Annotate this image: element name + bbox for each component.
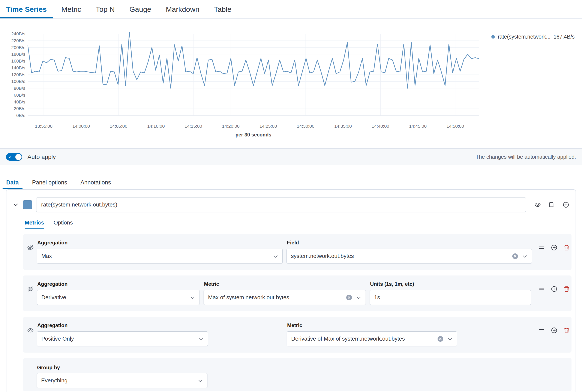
svg-text:14:25:00: 14:25:00 [260,124,277,128]
chevron-down-icon [447,336,453,342]
tab-metrics[interactable]: Metrics [25,219,44,228]
svg-text:80B/s: 80B/s [14,86,25,90]
svg-text:14:50:00: 14:50:00 [447,124,464,128]
tab-gauge[interactable]: Gauge [124,0,157,18]
svg-text:14:15:00: 14:15:00 [185,124,202,128]
auto-apply-bar: Auto apply The changes will be automatic… [0,148,582,165]
toggle-series-visibility-button[interactable] [534,202,541,208]
aggregation-select[interactable]: Max [37,249,283,264]
row-actions [538,286,570,292]
series-actions [534,202,569,208]
units-label: Units (1s, 1m, etc) [370,281,531,287]
svg-text:14:35:00: 14:35:00 [334,124,352,128]
svg-text:14:05:00: 14:05:00 [110,124,127,128]
metric-combobox[interactable]: Max of system.network.out.bytes [204,290,366,305]
eye-slash-icon [27,286,34,305]
eye-icon [534,202,541,208]
delete-metric-button[interactable] [563,244,570,251]
svg-text:14:45:00: 14:45:00 [409,124,427,128]
eye-icon [27,327,34,346]
aggregation-select[interactable]: Derivative [37,290,200,305]
svg-text:per 30 seconds: per 30 seconds [236,132,271,138]
svg-text:14:20:00: 14:20:00 [222,124,240,128]
copy-icon [548,202,555,208]
units-input[interactable] [370,290,531,305]
tab-metric[interactable]: Metric [55,0,87,18]
group-by-row: Group by Everything [23,358,571,391]
check-icon [8,155,12,160]
aggregation-fields: Aggregation Derivative Metric Max of sys… [37,281,531,305]
aggregation-select[interactable]: Positive Only [37,332,208,346]
aggregation-select-value: Max [41,253,52,260]
aggregation-label: Aggregation [37,281,200,287]
tab-annotations[interactable]: Annotations [77,179,115,189]
add-metric-button[interactable] [551,327,557,334]
auto-apply-label: Auto apply [28,154,56,160]
chevron-down-icon [356,295,362,301]
visualization-type-tabbar: Time Series Metric Top N Gauge Markdown … [0,0,582,19]
metric-combobox-value: Max of system.network.out.bytes [208,294,289,301]
svg-text:14:10:00: 14:10:00 [147,124,165,128]
aggregation-row: Aggregation Derivative Metric Max of sys… [23,276,571,311]
aggregation-fields: Aggregation Positive Only Metric Derivat… [37,322,457,346]
metric-combobox-value: Derivative of Max of system.network.out.… [291,336,405,342]
chevron-down-icon [197,378,203,384]
aggregation-label: Aggregation [37,322,208,328]
tab-table[interactable]: Table [208,0,237,18]
legend-item[interactable]: rate(system.network... 167.4B/s [491,34,575,40]
auto-apply-toggle[interactable] [6,153,22,161]
aggregation-select-value: Derivative [41,294,66,301]
chevron-down-icon [522,254,528,260]
legend-series-value: 167.4B/s [553,34,575,40]
tab-options[interactable]: Options [54,219,73,228]
clone-series-button[interactable] [548,202,555,208]
delete-metric-button[interactable] [563,286,570,292]
series-color-swatch[interactable] [23,200,32,209]
field-label: Field [287,240,532,246]
svg-text:180B/s: 180B/s [11,52,25,56]
svg-text:160B/s: 160B/s [11,58,25,64]
auto-apply-note: The changes will be automatically applie… [476,154,576,160]
tab-data[interactable]: Data [3,179,23,189]
svg-text:120B/s: 120B/s [11,72,25,77]
clear-selection-icon[interactable] [346,294,352,302]
svg-text:0B/s: 0B/s [16,113,25,118]
metric-label: Metric [204,281,366,287]
row-actions [538,244,570,251]
toggle-thumb [15,154,22,160]
svg-text:40B/s: 40B/s [14,100,25,104]
series-name-input[interactable] [36,197,526,212]
series-header-row [7,190,575,212]
svg-text:14:40:00: 14:40:00 [372,124,389,128]
group-by-select[interactable]: Everything [37,373,207,388]
config-tabbar: Data Panel options Annotations [0,165,582,189]
aggregation-row: Aggregation Max Field system.network.out… [23,234,571,270]
drag-handle-icon[interactable] [538,286,545,292]
svg-text:60B/s: 60B/s [14,92,25,98]
chevron-down-icon [273,254,279,260]
clear-selection-icon[interactable] [512,253,518,261]
add-metric-button[interactable] [551,244,557,251]
clear-selection-icon[interactable] [437,336,444,344]
drag-handle-icon[interactable] [538,327,545,334]
tab-time-series[interactable]: Time Series [0,0,53,18]
add-metric-button[interactable] [551,286,557,292]
drag-handle-icon[interactable] [538,244,545,251]
add-series-button[interactable] [563,202,569,208]
svg-text:240B/s: 240B/s [11,31,25,36]
tab-panel-options[interactable]: Panel options [29,179,71,189]
field-combobox[interactable]: system.network.out.bytes [287,249,532,264]
chevron-down-icon[interactable] [13,202,19,208]
tab-top-n[interactable]: Top N [90,0,121,18]
time-series-chart: 13:55:0014:00:0014:05:0014:10:0014:15:00… [0,19,582,148]
metric-combobox[interactable]: Derivative of Max of system.network.out.… [287,332,457,346]
svg-text:200B/s: 200B/s [11,45,25,50]
svg-text:20B/s: 20B/s [14,106,25,111]
chevron-down-icon [190,295,196,301]
svg-text:13:55:00: 13:55:00 [35,124,53,128]
tab-markdown[interactable]: Markdown [160,0,206,18]
svg-text:140B/s: 140B/s [11,65,25,70]
delete-metric-button[interactable] [563,327,570,334]
chevron-down-icon [198,336,204,342]
aggregation-row: Aggregation Positive Only Metric Derivat… [23,317,571,352]
